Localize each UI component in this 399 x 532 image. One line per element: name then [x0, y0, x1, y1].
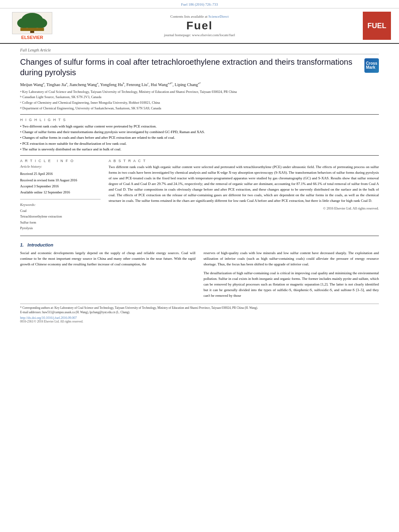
article-type: Full Length Article: [20, 48, 379, 54]
divider-keywords: [20, 199, 101, 199]
highlights-list: Two different rank coals with high organ…: [20, 123, 379, 152]
svg-point-3: [17, 18, 31, 28]
highlight-item-3: Changes of sulfur forms in coals and cha…: [20, 135, 379, 140]
footnotes-section: * Corresponding authors at: Key Laborato…: [20, 304, 379, 324]
abstract-text: Two different rank coals with high organ…: [109, 164, 379, 204]
highlights-label: H I G H L I G H T S: [20, 118, 379, 122]
date-online: Available online 12 September 2016: [20, 189, 101, 195]
affiliation-sup-a2: a: [66, 82, 67, 85]
affiliation-sup-ad: a,d: [168, 82, 171, 85]
keyword-3: Sulfur form: [20, 220, 101, 225]
affiliation-c: c College of Chemistry and Chemical Engi…: [20, 100, 379, 105]
aff-sup-b: b: [20, 94, 22, 100]
citation-bar: Fuel 186 (2016) 726–733: [0, 0, 399, 8]
crossmark-icon: CrossMark: [366, 62, 377, 70]
date-accepted: Accepted 3 September 2016: [20, 183, 101, 189]
aff-text-a: Key Laboratory of Coal Science and Techn…: [22, 89, 237, 94]
intro-col-left: Social and economic developments largely…: [20, 251, 195, 299]
citation-text: Fuel 186 (2016) 726–733: [181, 2, 218, 6]
elsevier-logo: ELSEVIER: [8, 12, 56, 40]
intro-title-text: Introduction: [27, 242, 53, 247]
doi-link[interactable]: http://dx.doi.org/10.1016/j.fuel.2016.09…: [20, 316, 379, 320]
elsevier-text: ELSEVIER: [21, 35, 43, 40]
word-those: those: [234, 294, 241, 298]
fuel-logo-text: FUEL: [368, 22, 387, 30]
affiliation-sup-b: b: [123, 82, 124, 85]
introduction-body: Social and economic developments largely…: [20, 251, 379, 299]
affiliation-a: a Key Laboratory of Coal Science and Tec…: [20, 89, 379, 94]
keyword-4: Pyrolysis: [20, 225, 101, 231]
crossmark-badge[interactable]: CrossMark: [364, 58, 379, 73]
corresponding-star1: *: [171, 82, 173, 85]
article-info-label: A R T I C L E I N F O: [20, 159, 101, 163]
highlight-item-4: PCE extraction is more suitable for the …: [20, 141, 379, 146]
fuel-journal-logo: FUEL: [363, 12, 391, 40]
introduction-title: 1. Introduction: [20, 242, 379, 247]
info-abstract-section: A R T I C L E I N F O Article history: R…: [20, 159, 379, 231]
intro-col-right: reserves of high-quality coals with low …: [204, 251, 379, 299]
elsevier-tree-image: [12, 12, 52, 34]
journal-header: ELSEVIER Contents lists available at Sci…: [0, 8, 399, 44]
date-revised: Received in revised form 10 August 2016: [20, 177, 101, 183]
main-content: Full Length Article Changes of sulfur fo…: [0, 44, 399, 327]
article-dates: Received 25 April 2016 Received in revis…: [20, 171, 101, 195]
fuel-logo-area: FUEL: [343, 12, 391, 40]
abstract-copyright: © 2016 Elsevier Ltd. All rights reserved…: [109, 206, 379, 210]
svg-point-4: [33, 18, 47, 28]
abstract-column: A B S T R A C T Two different rank coals…: [109, 159, 379, 231]
affiliation-d: d Department of Chemical Engineering, Un…: [20, 106, 379, 111]
aff-sup-c: c: [20, 100, 21, 105]
aff-sup-a: a: [20, 89, 21, 94]
intro-text-left: Social and economic developments largely…: [20, 251, 195, 267]
divider-2: [20, 155, 379, 156]
highlight-item-1: Two different rank coals with high organ…: [20, 123, 379, 129]
article-info-column: A R T I C L E I N F O Article history: R…: [20, 159, 101, 231]
article-title-text: Changes of sulfur forms in coal after te…: [20, 57, 364, 78]
keywords-label: Keywords:: [20, 203, 101, 207]
elsevier-tree-svg: [12, 12, 52, 34]
affiliation-sup-a3: a: [97, 82, 98, 85]
contents-label: Contents lists available at: [171, 14, 208, 18]
divider-1: [20, 114, 379, 115]
journal-title: Fuel: [56, 19, 343, 32]
homepage-line: journal homepage: www.elsevier.com/locat…: [56, 33, 343, 37]
article-history-label: Article history:: [20, 164, 101, 168]
article-title-section: Changes of sulfur forms in coal after te…: [20, 57, 379, 78]
introduction-section: 1. Introduction Social and economic deve…: [20, 242, 379, 299]
affiliations-section: a Key Laboratory of Coal Science and Tec…: [20, 89, 379, 111]
svg-rect-5: [21, 28, 44, 31]
corresponding-star2: *: [199, 82, 201, 85]
highlight-item-2: Change of sulfur forms and their transfo…: [20, 129, 379, 135]
intro-number: 1.: [20, 242, 24, 247]
keyword-2: Tetrachloroethylene extraction: [20, 214, 101, 219]
intro-text-right: reserves of high-quality coals with low …: [204, 251, 379, 267]
aff-sup-d: d: [20, 106, 22, 111]
divider-3: [20, 236, 379, 236]
footnote-email: E-mail addresses: huw511@campus.usask.ca…: [20, 310, 379, 314]
authors-line: Meijun Wanga, Tinghao Jiaa, Jiancheng Wa…: [20, 82, 379, 87]
abstract-label: A B S T R A C T: [109, 159, 379, 163]
aff-text-c: College of Chemistry and Chemical Engine…: [22, 100, 160, 105]
footnote-corresponding: * Corresponding authors at: Key Laborato…: [20, 306, 379, 310]
keywords-section: Keywords: Coal Tetrachloroethylene extra…: [20, 199, 101, 231]
keyword-1: Coal: [20, 208, 101, 214]
affiliation-sup-c: c: [147, 82, 148, 85]
issn-line: 0016-2361/© 2016 Elsevier Ltd. All right…: [20, 320, 379, 323]
affiliation-b: b Canadian Light Source, Saskatoon, SK S…: [20, 94, 379, 100]
intro-text-right-2: The desulfurization of high sulfur-conta…: [204, 271, 379, 299]
elsevier-logo-area: ELSEVIER: [8, 12, 56, 40]
highlight-item-5: The sulfur is unevenly distributed on th…: [20, 146, 379, 152]
date-received: Received 25 April 2016: [20, 171, 101, 177]
journal-header-center: Contents lists available at ScienceDirec…: [56, 14, 343, 37]
aff-text-d: Department of Chemical Engineering, Univ…: [23, 106, 161, 111]
affiliation-sup-a1: a: [43, 82, 44, 85]
aff-text-b: Canadian Light Source, Saskatoon, SK S7N…: [23, 94, 101, 100]
contents-available-line: Contents lists available at ScienceDirec…: [56, 14, 343, 18]
sciencedirect-link[interactable]: ScienceDirect: [208, 14, 228, 18]
